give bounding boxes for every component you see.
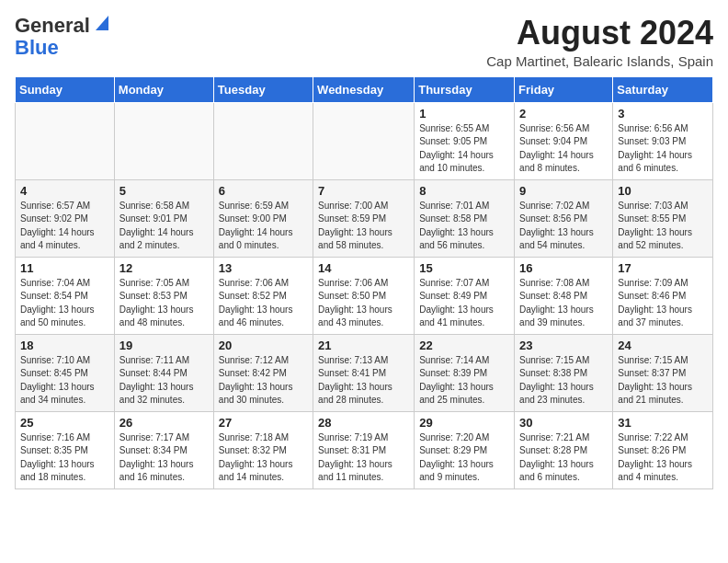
day-number: 30 (519, 416, 608, 430)
calendar-cell: 5Sunrise: 6:58 AMSunset: 9:01 PMDaylight… (114, 179, 213, 257)
calendar-cell: 1Sunrise: 6:55 AMSunset: 9:05 PMDaylight… (415, 102, 515, 179)
day-info: Sunrise: 7:08 AMSunset: 8:48 PMDaylight:… (519, 277, 608, 330)
day-number: 6 (219, 184, 308, 198)
calendar-subtitle: Cap Martinet, Balearic Islands, Spain (486, 53, 713, 69)
calendar-cell: 15Sunrise: 7:07 AMSunset: 8:49 PMDayligh… (415, 257, 515, 334)
title-area: August 2024 Cap Martinet, Balearic Islan… (486, 15, 713, 69)
calendar-cell: 12Sunrise: 7:05 AMSunset: 8:53 PMDayligh… (114, 257, 213, 334)
calendar-cell: 29Sunrise: 7:20 AMSunset: 8:29 PMDayligh… (415, 411, 515, 488)
day-number: 21 (318, 339, 409, 352)
day-number: 2 (519, 107, 608, 121)
day-info: Sunrise: 7:12 AMSunset: 8:42 PMDaylight:… (219, 354, 308, 408)
logo-blue: Blue (15, 37, 59, 59)
header-day-tuesday: Tuesday (213, 76, 313, 102)
day-number: 4 (20, 184, 109, 198)
header: General Blue August 2024 Cap Martinet, B… (15, 15, 713, 69)
day-info: Sunrise: 6:58 AMSunset: 9:01 PMDaylight:… (119, 200, 209, 253)
day-number: 1 (419, 107, 509, 121)
calendar-cell: 16Sunrise: 7:08 AMSunset: 8:48 PMDayligh… (515, 257, 613, 334)
day-info: Sunrise: 7:16 AMSunset: 8:35 PMDaylight:… (20, 431, 109, 485)
calendar-cell: 22Sunrise: 7:14 AMSunset: 8:39 PMDayligh… (415, 334, 515, 411)
week-row-1: 1Sunrise: 6:55 AMSunset: 9:05 PMDaylight… (16, 102, 713, 179)
day-number: 19 (119, 339, 209, 352)
calendar-cell: 20Sunrise: 7:12 AMSunset: 8:42 PMDayligh… (213, 334, 313, 411)
header-day-wednesday: Wednesday (313, 76, 415, 102)
day-number: 13 (219, 261, 308, 275)
calendar-cell: 7Sunrise: 7:00 AMSunset: 8:59 PMDaylight… (313, 179, 415, 257)
week-row-3: 11Sunrise: 7:04 AMSunset: 8:54 PMDayligh… (16, 257, 713, 334)
day-info: Sunrise: 7:01 AMSunset: 8:58 PMDaylight:… (419, 200, 509, 253)
calendar-cell: 3Sunrise: 6:56 AMSunset: 9:03 PMDaylight… (613, 102, 713, 179)
day-number: 8 (419, 184, 509, 198)
week-row-2: 4Sunrise: 6:57 AMSunset: 9:02 PMDaylight… (16, 179, 713, 257)
day-info: Sunrise: 6:56 AMSunset: 9:04 PMDaylight:… (519, 122, 608, 176)
day-number: 9 (519, 184, 608, 198)
day-number: 29 (419, 416, 509, 430)
day-number: 5 (119, 184, 209, 198)
day-number: 15 (419, 261, 509, 275)
day-number: 23 (519, 339, 608, 352)
week-row-4: 18Sunrise: 7:10 AMSunset: 8:45 PMDayligh… (16, 334, 713, 411)
header-day-saturday: Saturday (613, 76, 713, 102)
day-info: Sunrise: 6:56 AMSunset: 9:03 PMDaylight:… (618, 122, 708, 176)
day-number: 20 (219, 339, 308, 352)
day-info: Sunrise: 6:59 AMSunset: 9:00 PMDaylight:… (219, 200, 308, 253)
calendar-cell (213, 102, 313, 179)
day-number: 17 (618, 261, 708, 275)
day-info: Sunrise: 7:13 AMSunset: 8:41 PMDaylight:… (318, 354, 409, 408)
day-info: Sunrise: 7:15 AMSunset: 8:37 PMDaylight:… (618, 354, 708, 408)
day-number: 16 (519, 261, 608, 275)
day-info: Sunrise: 7:11 AMSunset: 8:44 PMDaylight:… (119, 354, 209, 408)
day-info: Sunrise: 7:18 AMSunset: 8:32 PMDaylight:… (219, 431, 308, 485)
day-number: 24 (618, 339, 708, 352)
day-info: Sunrise: 7:02 AMSunset: 8:56 PMDaylight:… (519, 200, 608, 253)
day-number: 18 (20, 339, 109, 352)
day-info: Sunrise: 7:05 AMSunset: 8:53 PMDaylight:… (119, 277, 209, 330)
day-info: Sunrise: 7:06 AMSunset: 8:50 PMDaylight:… (318, 277, 409, 330)
day-number: 11 (20, 261, 109, 275)
calendar-cell: 14Sunrise: 7:06 AMSunset: 8:50 PMDayligh… (313, 257, 415, 334)
logo-general: General (15, 15, 90, 37)
svg-marker-0 (96, 16, 108, 30)
day-number: 10 (618, 184, 708, 198)
day-info: Sunrise: 7:20 AMSunset: 8:29 PMDaylight:… (419, 431, 509, 485)
calendar-cell: 17Sunrise: 7:09 AMSunset: 8:46 PMDayligh… (613, 257, 713, 334)
calendar-cell (16, 102, 115, 179)
calendar-cell: 6Sunrise: 6:59 AMSunset: 9:00 PMDaylight… (213, 179, 313, 257)
calendar-cell: 19Sunrise: 7:11 AMSunset: 8:44 PMDayligh… (114, 334, 213, 411)
calendar-cell: 24Sunrise: 7:15 AMSunset: 8:37 PMDayligh… (613, 334, 713, 411)
day-number: 14 (318, 261, 409, 275)
day-info: Sunrise: 7:19 AMSunset: 8:31 PMDaylight:… (318, 431, 409, 485)
calendar-cell: 10Sunrise: 7:03 AMSunset: 8:55 PMDayligh… (613, 179, 713, 257)
calendar-table: SundayMondayTuesdayWednesdayThursdayFrid… (15, 76, 713, 489)
day-info: Sunrise: 7:00 AMSunset: 8:59 PMDaylight:… (318, 200, 409, 253)
day-info: Sunrise: 7:10 AMSunset: 8:45 PMDaylight:… (20, 354, 109, 408)
day-info: Sunrise: 7:22 AMSunset: 8:26 PMDaylight:… (618, 431, 708, 485)
calendar-cell: 23Sunrise: 7:15 AMSunset: 8:38 PMDayligh… (515, 334, 613, 411)
calendar-cell: 25Sunrise: 7:16 AMSunset: 8:35 PMDayligh… (16, 411, 115, 488)
calendar-cell: 26Sunrise: 7:17 AMSunset: 8:34 PMDayligh… (114, 411, 213, 488)
day-number: 12 (119, 261, 209, 275)
day-info: Sunrise: 7:03 AMSunset: 8:55 PMDaylight:… (618, 200, 708, 253)
header-day-monday: Monday (114, 76, 213, 102)
day-number: 7 (318, 184, 409, 198)
calendar-cell (313, 102, 415, 179)
calendar-title: August 2024 (486, 15, 713, 52)
calendar-cell: 27Sunrise: 7:18 AMSunset: 8:32 PMDayligh… (213, 411, 313, 488)
header-day-thursday: Thursday (415, 76, 515, 102)
day-info: Sunrise: 7:14 AMSunset: 8:39 PMDaylight:… (419, 354, 509, 408)
calendar-cell: 28Sunrise: 7:19 AMSunset: 8:31 PMDayligh… (313, 411, 415, 488)
calendar-cell: 11Sunrise: 7:04 AMSunset: 8:54 PMDayligh… (16, 257, 115, 334)
calendar-body: 1Sunrise: 6:55 AMSunset: 9:05 PMDaylight… (16, 102, 713, 488)
day-number: 22 (419, 339, 509, 352)
day-info: Sunrise: 7:07 AMSunset: 8:49 PMDaylight:… (419, 277, 509, 330)
day-info: Sunrise: 7:17 AMSunset: 8:34 PMDaylight:… (119, 431, 209, 485)
day-info: Sunrise: 7:04 AMSunset: 8:54 PMDaylight:… (20, 277, 109, 330)
calendar-cell: 8Sunrise: 7:01 AMSunset: 8:58 PMDaylight… (415, 179, 515, 257)
day-info: Sunrise: 6:55 AMSunset: 9:05 PMDaylight:… (419, 122, 509, 176)
day-number: 3 (618, 107, 708, 121)
logo: General Blue (15, 15, 108, 59)
calendar-cell: 21Sunrise: 7:13 AMSunset: 8:41 PMDayligh… (313, 334, 415, 411)
calendar-cell: 18Sunrise: 7:10 AMSunset: 8:45 PMDayligh… (16, 334, 115, 411)
day-number: 28 (318, 416, 409, 430)
